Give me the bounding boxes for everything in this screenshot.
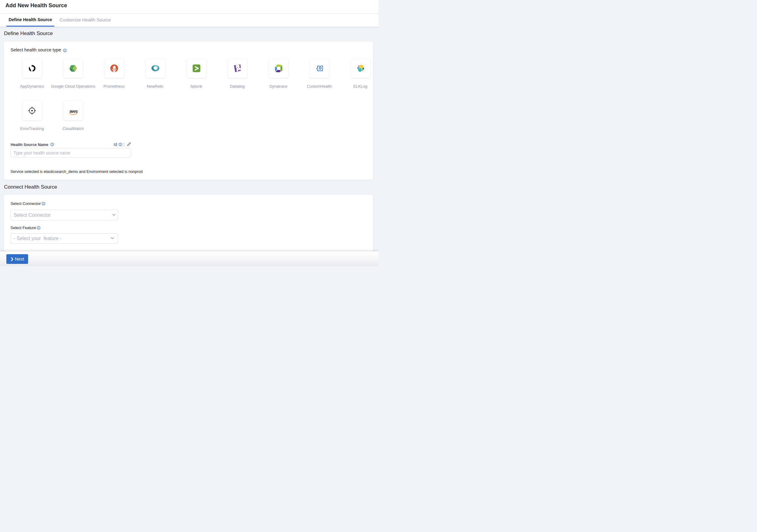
svg-text:aws: aws	[70, 108, 77, 113]
